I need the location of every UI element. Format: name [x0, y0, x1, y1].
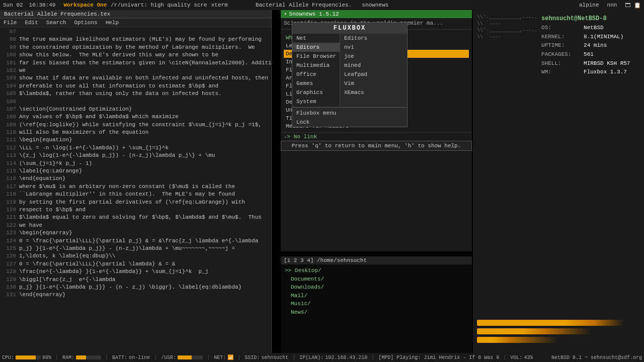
line-number: 103	[2, 74, 16, 82]
fluxbox-left-item[interactable]: Office	[292, 70, 340, 79]
topbar-right1[interactable]: alpine	[579, 2, 599, 9]
line-number: 131	[2, 291, 16, 299]
editor-menubar: File Edit Search Options Help	[0, 19, 271, 27]
batt-label: BATT:	[112, 355, 127, 360]
topbar: Sun 02 16:38:49 Workspace One /r/univart…	[0, 0, 644, 10]
line-number: 118	[2, 191, 16, 198]
editor-line: 117where $\mu$ is an arbitary non-zero c…	[2, 183, 269, 191]
fluxbox-right-item[interactable]: nvi	[340, 43, 407, 52]
editor-menu-file[interactable]: File	[2, 19, 18, 26]
status-batt: BATT: on-line	[112, 355, 150, 360]
fluxbox-left-panel: NetEditorsFile BrowserMultimediaOfficeGa…	[292, 34, 340, 106]
fluxbox-left-item[interactable]: Games	[292, 79, 340, 88]
fluxbox-bottom-item[interactable]: Fluxbox menu	[292, 109, 407, 118]
editor-line: 109(\ref{eq:loglike}) while satisfying t…	[2, 121, 269, 129]
line-number: 123	[2, 229, 16, 237]
topbar-center-app[interactable]: snownews	[362, 2, 388, 8]
sysinfo-packages-label: PACKAGES:	[541, 50, 582, 59]
fluxbox-left-item[interactable]: Editors	[292, 43, 340, 52]
line-content: (\ref{eq:loglike}) while satisfying the …	[19, 122, 262, 128]
status-ram: RAM:	[62, 355, 101, 360]
topbar-app1[interactable]: xterm	[211, 2, 228, 8]
line-number: 129	[2, 276, 16, 284]
line-number: 104	[2, 82, 16, 90]
line-number: 98	[2, 36, 16, 43]
sysinfo-kernel-row: KERNEL: 8.1(MINIMAL)	[541, 33, 630, 42]
cpu-bar-fill	[16, 355, 36, 359]
editor-title: Bacterial Allele Frequencies.tex	[4, 11, 110, 17]
snownews-titlebar: • Snownews 1.5.12	[281, 10, 472, 18]
line-number: 107	[2, 106, 16, 113]
line-content: $\lambda$, rather than using only the da…	[19, 90, 222, 97]
editor-menu-options[interactable]: Options	[72, 19, 99, 26]
line-number: 130	[2, 284, 16, 291]
editor-line: 1240 = \frac{\partial\LLL}{\partial p_j}…	[2, 237, 269, 245]
sysinfo-kernel-label: KERNEL:	[541, 33, 582, 42]
fluxbox-left-item[interactable]: Graphics	[292, 88, 340, 97]
fluxbox-left-item[interactable]: File Browser	[292, 52, 340, 61]
line-content: show that if data are available on both …	[19, 75, 271, 81]
editor-line: 118``LaGrange multiplier'' in this conte…	[2, 191, 269, 198]
fluxbox-left-item[interactable]: Multimedia	[292, 61, 340, 70]
fluxbox-bottom-item[interactable]: Lock	[292, 118, 407, 127]
line-number: 101	[2, 59, 16, 67]
line-number: 113	[2, 152, 16, 159]
fluxbox-divider	[292, 107, 407, 108]
fluxbox-right-item[interactable]: Editors	[340, 34, 407, 43]
terminal-title: [1 2 3 4] /home/sehnsucht	[284, 257, 367, 263]
line-number: 127	[2, 260, 16, 268]
snownews-title: Snownews 1.5.12	[289, 11, 339, 17]
terminal-content[interactable]: >> Desktop/ Documents/ Downloads/ Mail/ …	[281, 264, 472, 318]
fluxbox-right-item[interactable]: joe	[340, 52, 407, 61]
fluxbox-left-item[interactable]: System	[292, 97, 340, 106]
editor-menu-edit[interactable]: Edit	[23, 19, 39, 26]
topbar-left: Sun 02 16:38:49 Workspace One /r/univart…	[3, 2, 228, 8]
line-number: 99	[2, 44, 16, 51]
line-content: \biggl[\frac{z_j e^{-\lambda	[19, 277, 115, 283]
fluxbox-left-item[interactable]: Net	[292, 34, 340, 43]
fluxbox-right-item[interactable]: mined	[340, 61, 407, 70]
fluxbox-right-item[interactable]: XEmacs	[340, 88, 407, 97]
editor-menu-help[interactable]: Help	[104, 19, 120, 26]
sysinfo-kernel-value: 8.1(MINIMAL)	[584, 33, 623, 42]
sysinfo-shell-row: SHELL: MIRBSD KSH R57	[541, 59, 630, 68]
ascii-art: \\'-__________,----. \\ `---- \\'-______…	[477, 14, 537, 77]
editor-line: 106	[2, 98, 269, 106]
ram-label: RAM:	[62, 355, 74, 360]
snownews-help: Press 'q' to return to main menu, 'h' to…	[281, 141, 472, 151]
sysinfo-shell-label: SHELL:	[541, 59, 582, 68]
editor-line: 123\begin{eqnarray}	[2, 229, 269, 237]
line-content: \begin{equation}	[19, 137, 72, 143]
net-icon: 📶	[227, 354, 233, 360]
topbar-workspace[interactable]: Workspace One	[63, 2, 107, 8]
status-usr: /USR:	[161, 355, 203, 360]
net-label: NET:	[214, 355, 226, 360]
editor-line: 99the constrained optimization by the me…	[2, 44, 269, 51]
line-content: we	[19, 67, 26, 73]
topbar-right2[interactable]: nnn	[607, 2, 617, 9]
stripe-2	[477, 328, 591, 334]
editor-menu-search[interactable]: Search	[45, 19, 68, 26]
terminal-subdirs: Documents/ Downloads/ Mail/ Music/ News/	[285, 275, 468, 317]
fluxbox-right-item[interactable]: Vim	[340, 79, 407, 88]
fluxbox-right-item[interactable]: Leafpad	[340, 70, 407, 79]
editor-line: 120respect to $\bp$ and	[2, 206, 269, 214]
editor-line: 101far less biased than the estimators g…	[2, 59, 269, 67]
topbar-center-title: Bacterial Allele Frequencies.	[256, 2, 352, 8]
editor-line: 128\frac{ne^{-\lambda} }{1-e^{-\lambda}}…	[2, 268, 269, 276]
editor-line: 97	[2, 28, 269, 36]
line-content: \begin{eqnarray}	[19, 230, 72, 236]
fluxbox-bottom: Fluxbox menuLock	[292, 109, 407, 127]
editor-line: 1261,\ldots, k \label{eq:dbup}\\	[2, 252, 269, 260]
ascii-line3: \\'-__________,----.	[477, 27, 537, 34]
editor-lines: 9798The true maximum likelihood estimato…	[2, 28, 269, 299]
line-content: by setting the first partial derivatives…	[19, 199, 245, 205]
sysinfo-uptime-value: 24 mins	[584, 41, 607, 50]
sysinfo-packages-value: 561	[584, 50, 594, 59]
topbar-icons: 🗖 📋	[625, 2, 641, 9]
vol-label: VOL:	[510, 355, 522, 360]
line-number: 116	[2, 175, 16, 183]
line-content: Any values of $\bp$ and $\lambda$ which …	[19, 114, 179, 120]
stripe-1	[477, 320, 624, 326]
topbar-time: 16:38:49	[29, 2, 56, 8]
